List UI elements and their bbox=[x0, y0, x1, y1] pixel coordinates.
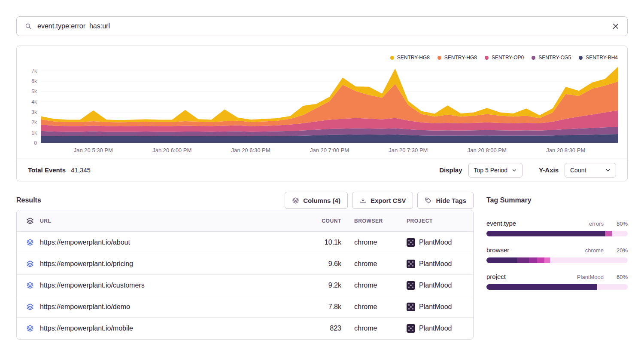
legend-item[interactable]: SENTRY-BH4 bbox=[579, 55, 618, 61]
table-row[interactable]: https://empowerplant.io/pricing 9.6k chr… bbox=[17, 253, 473, 275]
legend-label: SENTRY-HG8 bbox=[444, 55, 477, 61]
tag-bar-segment[interactable] bbox=[550, 257, 628, 263]
main-content: Results Columns (4) Export CSV bbox=[16, 191, 628, 340]
url-column-header[interactable]: URL bbox=[26, 217, 303, 225]
project-avatar-icon bbox=[407, 238, 415, 247]
tag-distribution-bar[interactable] bbox=[486, 257, 628, 263]
tag-row: browser chrome 20% bbox=[486, 246, 628, 254]
tag-bar-segment[interactable] bbox=[486, 257, 517, 263]
legend-dot-icon bbox=[485, 56, 489, 60]
tag-top-value: PlantMood bbox=[577, 274, 604, 280]
results-title: Results bbox=[16, 196, 41, 204]
y-axis-label: 7k bbox=[31, 67, 37, 74]
project-name: PlantMood bbox=[419, 325, 452, 332]
tag-bar-segment[interactable] bbox=[612, 231, 628, 236]
url-cell[interactable]: https://empowerplant.io/mobile bbox=[26, 325, 303, 332]
tag-bar-segment[interactable] bbox=[605, 231, 612, 236]
browser-value: chrome bbox=[341, 325, 397, 332]
y-axis-label: 3k bbox=[31, 109, 37, 116]
tag-name: event.type bbox=[486, 220, 589, 227]
tag-distribution-bar[interactable] bbox=[486, 231, 628, 236]
area-series bbox=[41, 82, 618, 126]
table-body: https://empowerplant.io/about 10.1k chro… bbox=[17, 232, 473, 339]
results-header: Results Columns (4) Export CSV bbox=[16, 191, 474, 210]
y-axis-label: 5k bbox=[31, 88, 37, 95]
table-row[interactable]: https://empowerplant.io/demo 7.8k chrome… bbox=[17, 296, 473, 318]
count-value: 823 bbox=[303, 325, 341, 332]
tag-percent: 60% bbox=[611, 274, 628, 280]
stack-icon bbox=[26, 282, 34, 289]
legend-dot-icon bbox=[437, 56, 441, 60]
tag-bar-segment[interactable] bbox=[537, 257, 544, 263]
project-column-header[interactable]: PROJECT bbox=[397, 218, 464, 224]
project-cell: PlantMood bbox=[397, 324, 464, 333]
stack-icon bbox=[26, 239, 34, 246]
tag-row: event.type errors 80% bbox=[486, 220, 628, 227]
url-cell[interactable]: https://empowerplant.io/customers bbox=[26, 282, 303, 289]
display-select-value: Top 5 Period bbox=[474, 167, 508, 174]
url-value: https://empowerplant.io/demo bbox=[40, 303, 130, 311]
clear-search-icon[interactable] bbox=[612, 22, 620, 30]
project-cell: PlantMood bbox=[397, 260, 464, 268]
stack-icon bbox=[26, 260, 34, 268]
browser-value: chrome bbox=[341, 239, 397, 246]
tag-distribution-bar[interactable] bbox=[486, 284, 628, 290]
chevron-down-icon bbox=[512, 168, 517, 173]
legend-item[interactable]: SENTRY-CG5 bbox=[532, 55, 571, 61]
tag-top-value: chrome bbox=[585, 247, 604, 254]
table-row[interactable]: https://empowerplant.io/mobile 823 chrom… bbox=[17, 318, 473, 339]
legend-item[interactable]: SENTRY-OP0 bbox=[485, 55, 524, 61]
tag-percent: 80% bbox=[611, 221, 628, 227]
tag-bar-segment[interactable] bbox=[486, 231, 605, 236]
x-axis-label: Jan 20 7:30 PM bbox=[383, 147, 434, 153]
project-avatar-icon bbox=[407, 324, 415, 333]
project-cell: PlantMood bbox=[397, 238, 464, 247]
x-axis-label: Jan 20 8:30 PM bbox=[540, 147, 592, 153]
tag-summary-list: event.type errors 80% browser chrome 20%… bbox=[486, 220, 628, 290]
tag-summary-title: Tag Summary bbox=[486, 191, 628, 210]
total-events: Total Events 41,345 bbox=[28, 166, 91, 174]
chevron-down-icon bbox=[605, 168, 611, 173]
legend-label: SENTRY-BH4 bbox=[586, 55, 618, 61]
url-cell[interactable]: https://empowerplant.io/demo bbox=[26, 303, 303, 311]
chart-body: 01k2k3k4k5k6k7k bbox=[17, 64, 627, 143]
stacked-area-chart[interactable] bbox=[41, 66, 618, 143]
table-row[interactable]: https://empowerplant.io/about 10.1k chro… bbox=[17, 232, 473, 253]
browser-column-header[interactable]: BROWSER bbox=[341, 218, 397, 224]
y-axis-label: 4k bbox=[31, 98, 37, 105]
tag-bar-segment[interactable] bbox=[597, 284, 628, 290]
export-csv-button[interactable]: Export CSV bbox=[352, 192, 413, 209]
tag-bar-segment[interactable] bbox=[544, 257, 550, 263]
x-axis-label: Jan 20 6:00 PM bbox=[146, 147, 198, 153]
display-select[interactable]: Top 5 Period bbox=[468, 163, 523, 178]
tag-bar-segment[interactable] bbox=[517, 257, 529, 263]
url-header-label: URL bbox=[40, 218, 51, 224]
legend-dot-icon bbox=[579, 56, 583, 60]
tag-bar-segment[interactable] bbox=[486, 284, 597, 290]
legend-dot-icon bbox=[390, 56, 394, 60]
x-axis: Jan 20 5:30 PMJan 20 6:00 PMJan 20 6:30 … bbox=[41, 143, 618, 159]
yaxis-label: Y-Axis bbox=[539, 166, 559, 174]
tag-top-value: errors bbox=[589, 221, 604, 227]
tag-summary-item: event.type errors 80% bbox=[486, 220, 628, 236]
legend-item[interactable]: SENTRY-HG8 bbox=[390, 55, 430, 61]
url-cell[interactable]: https://empowerplant.io/pricing bbox=[26, 260, 303, 268]
count-value: 9.2k bbox=[303, 282, 341, 289]
y-axis-label: 0 bbox=[34, 140, 37, 147]
yaxis-select-value: Count bbox=[570, 167, 586, 174]
events-chart-panel: SENTRY-HG8 SENTRY-HG8 SENTRY-OP0 SENTRY-… bbox=[16, 46, 628, 181]
hide-tags-button[interactable]: Hide Tags bbox=[417, 192, 474, 209]
legend-item[interactable]: SENTRY-HG8 bbox=[437, 55, 477, 61]
url-cell[interactable]: https://empowerplant.io/about bbox=[26, 239, 303, 246]
columns-button[interactable]: Columns (4) bbox=[285, 192, 348, 209]
discover-page: event.type:error has:url SENTRY-HG8 SENT… bbox=[0, 0, 644, 340]
tag-summary-section: Tag Summary event.type errors 80% browse… bbox=[486, 191, 628, 340]
search-bar[interactable]: event.type:error has:url bbox=[16, 16, 628, 36]
count-column-header[interactable]: COUNT bbox=[303, 218, 341, 224]
search-query-input[interactable]: event.type:error has:url bbox=[37, 22, 607, 30]
tag-summary-item: browser chrome 20% bbox=[486, 246, 628, 263]
table-row[interactable]: https://empowerplant.io/customers 9.2k c… bbox=[17, 275, 473, 296]
tag-bar-segment[interactable] bbox=[529, 257, 538, 263]
layers-icon bbox=[292, 197, 299, 204]
yaxis-select[interactable]: Count bbox=[565, 163, 616, 178]
